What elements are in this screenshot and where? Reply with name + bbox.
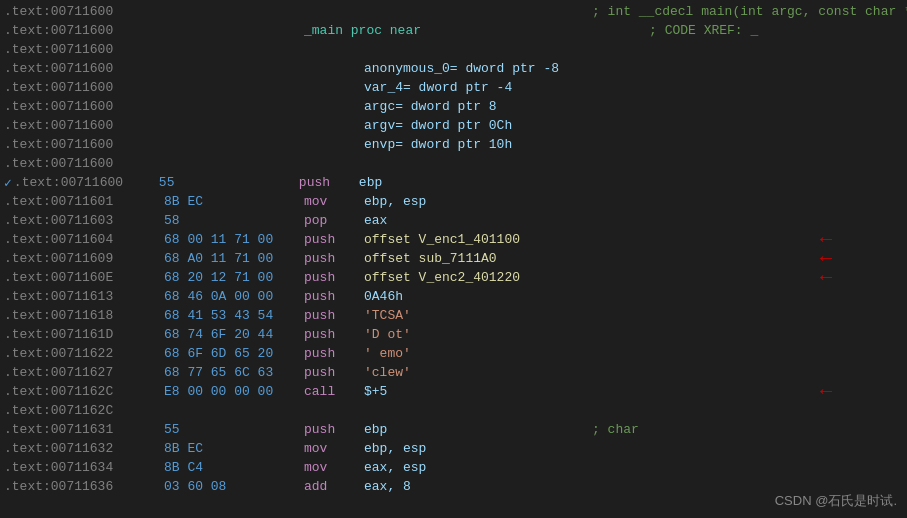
- operand: envp= dword ptr 10h: [364, 137, 584, 152]
- operand: argc= dword ptr 8: [364, 99, 584, 114]
- bytes: 55: [159, 175, 299, 190]
- bytes: 03 60 08: [164, 479, 304, 494]
- operand: ebp: [359, 175, 579, 190]
- operand: $+5: [364, 384, 584, 399]
- address: .text:00711600: [4, 80, 164, 95]
- bytes: 55: [164, 422, 304, 437]
- bytes: 68 77 65 6C 63: [164, 365, 304, 380]
- address: .text:00711600: [4, 99, 164, 114]
- code-line: ✓ .text:0071160055pushebp: [0, 173, 907, 192]
- code-line: .text:007116018B ECmovebp, esp: [0, 192, 907, 211]
- mnemonic: push: [299, 175, 359, 190]
- mnemonic: _main proc near: [304, 23, 421, 38]
- address: .text:00711600: [4, 61, 164, 76]
- code-line: .text:0071162C: [0, 401, 907, 420]
- operand: anonymous_0= dword ptr -8: [364, 61, 584, 76]
- red-arrow: ←: [820, 382, 832, 402]
- code-line: .text:0071160468 00 11 71 00pushoffset V…: [0, 230, 907, 249]
- operand: eax, 8: [364, 479, 584, 494]
- mnemonic: mov: [304, 441, 364, 456]
- bytes: 8B EC: [164, 194, 304, 209]
- address: .text:00711627: [4, 365, 164, 380]
- mnemonic: push: [304, 289, 364, 304]
- mnemonic: push: [304, 308, 364, 323]
- address: .text:00711600: [4, 42, 164, 57]
- code-line: .text:0071160358popeax: [0, 211, 907, 230]
- bytes: 68 6F 6D 65 20: [164, 346, 304, 361]
- address: .text:00711636: [4, 479, 164, 494]
- mnemonic: call: [304, 384, 364, 399]
- mnemonic: push: [304, 346, 364, 361]
- operand: ' emo': [364, 346, 584, 361]
- bytes: 68 20 12 71 00: [164, 270, 304, 285]
- code-line: .text:0071162768 77 65 6C 63push'clew': [0, 363, 907, 382]
- red-arrow: ←: [820, 268, 832, 288]
- address: .text:0071161D: [4, 327, 164, 342]
- operand: var_4= dword ptr -4: [364, 80, 584, 95]
- address: .text:00711622: [4, 346, 164, 361]
- mnemonic: push: [304, 365, 364, 380]
- address: .text:00711600: [4, 4, 164, 19]
- operand: eax: [364, 213, 584, 228]
- address: .text:00711634: [4, 460, 164, 475]
- bytes: 58: [164, 213, 304, 228]
- code-line: .text:00711600envp= dword ptr 10h: [0, 135, 907, 154]
- operand: 'D ot': [364, 327, 584, 342]
- mnemonic: pop: [304, 213, 364, 228]
- code-line: .text:007116348B C4moveax, esp: [0, 458, 907, 477]
- watermark: CSDN @石氏是时试.: [775, 492, 897, 510]
- code-line: .text:0071161368 46 0A 00 00push0A46h: [0, 287, 907, 306]
- address: .text:00711600: [4, 23, 164, 38]
- code-line: .text:0071162CE8 00 00 00 00call$+5←: [0, 382, 907, 401]
- address: .text:00711601: [4, 194, 164, 209]
- address: .text:00711600: [4, 137, 164, 152]
- code-line: .text:0071161868 41 53 43 54push'TCSA': [0, 306, 907, 325]
- mnemonic: mov: [304, 460, 364, 475]
- mnemonic: mov: [304, 194, 364, 209]
- address: .text:00711632: [4, 441, 164, 456]
- bytes: 68 41 53 43 54: [164, 308, 304, 323]
- code-line: .text:007116328B ECmovebp, esp: [0, 439, 907, 458]
- bytes: 68 74 6F 20 44: [164, 327, 304, 342]
- code-line: .text:00711600: [0, 154, 907, 173]
- code-line: .text:0071160E68 20 12 71 00pushoffset V…: [0, 268, 907, 287]
- mnemonic: push: [304, 270, 364, 285]
- address: .text:0071162C: [4, 403, 164, 418]
- address: .text:0071162C: [4, 384, 164, 399]
- operand: ebp, esp: [364, 194, 584, 209]
- operand: offset V_enc2_401220: [364, 270, 584, 285]
- operand: 'TCSA': [364, 308, 584, 323]
- bytes: 68 A0 11 71 00: [164, 251, 304, 266]
- check-mark: ✓: [4, 175, 12, 191]
- code-line: .text:00711600_main proc near; CODE XREF…: [0, 21, 907, 40]
- comment: ; char: [592, 422, 639, 437]
- code-line: .text:00711600argc= dword ptr 8: [0, 97, 907, 116]
- mnemonic: push: [304, 232, 364, 247]
- address: .text:00711600: [4, 156, 164, 171]
- bytes: 68 46 0A 00 00: [164, 289, 304, 304]
- code-line: .text:0071161D68 74 6F 20 44push'D ot': [0, 325, 907, 344]
- code-line: .text:00711600: [0, 40, 907, 59]
- operand: ebp: [364, 422, 584, 437]
- bytes: 8B EC: [164, 441, 304, 456]
- code-line: .text:0071163603 60 08addeax, 8: [0, 477, 907, 496]
- code-line: .text:0071162268 6F 6D 65 20push' emo': [0, 344, 907, 363]
- mnemonic: push: [304, 251, 364, 266]
- code-line: .text:00711600anonymous_0= dword ptr -8: [0, 59, 907, 78]
- code-line: .text:00711600var_4= dword ptr -4: [0, 78, 907, 97]
- address: .text:00711604: [4, 232, 164, 247]
- address: .text:0071160E: [4, 270, 164, 285]
- operand: 0A46h: [364, 289, 584, 304]
- code-line: .text:0071163155pushebp; char: [0, 420, 907, 439]
- operand: offset sub_7111A0: [364, 251, 584, 266]
- code-line: .text:00711600argv= dword ptr 0Ch: [0, 116, 907, 135]
- operand: 'clew': [364, 365, 584, 380]
- address: .text:00711609: [4, 251, 164, 266]
- mnemonic: push: [304, 327, 364, 342]
- bytes: 68 00 11 71 00: [164, 232, 304, 247]
- comment: ; int __cdecl main(int argc, const char …: [592, 4, 907, 19]
- operand: offset V_enc1_401100: [364, 232, 584, 247]
- comment: ; CODE XREF: _: [649, 23, 758, 38]
- bytes: 8B C4: [164, 460, 304, 475]
- operand: eax, esp: [364, 460, 584, 475]
